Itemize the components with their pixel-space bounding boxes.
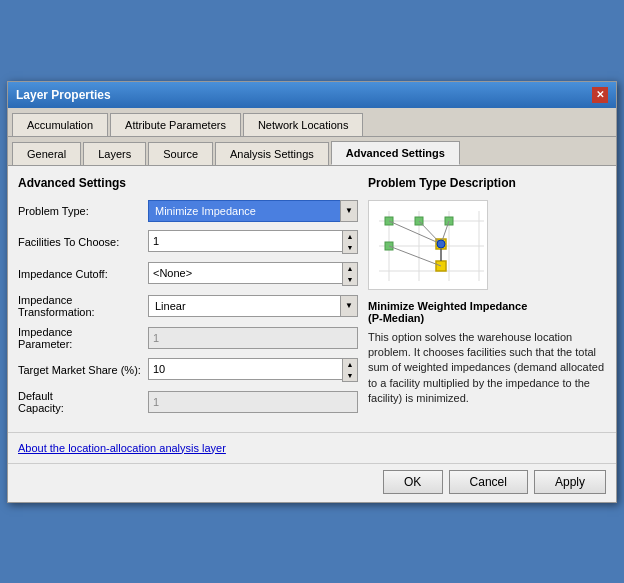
cancel-button[interactable]: Cancel	[449, 470, 528, 494]
default-capacity-row: DefaultCapacity:	[18, 390, 358, 414]
impedance-transformation-dropdown-wrap: Linear ▼	[148, 295, 358, 317]
target-market-share-label: Target Market Share (%):	[18, 364, 148, 376]
tabs-row2: General Layers Source Analysis Settings …	[8, 137, 616, 166]
impedance-transformation-value[interactable]: Linear	[148, 295, 340, 317]
button-row: OK Cancel Apply	[8, 463, 616, 502]
tab-accumulation[interactable]: Accumulation	[12, 113, 108, 136]
problem-type-control: Minimize Impedance ▼	[148, 200, 358, 222]
default-capacity-label: DefaultCapacity:	[18, 390, 148, 414]
impedance-cutoff-label: Impedance Cutoff:	[18, 268, 148, 280]
tab-network-locations[interactable]: Network Locations	[243, 113, 364, 136]
facilities-row: Facilities To Choose: ▲ ▼	[18, 230, 358, 254]
tab-attribute-parameters[interactable]: Attribute Parameters	[110, 113, 241, 136]
advanced-settings-title: Advanced Settings	[18, 176, 358, 190]
layer-properties-dialog: Layer Properties ✕ Accumulation Attribut…	[7, 81, 617, 503]
problem-type-value[interactable]: Minimize Impedance	[148, 200, 340, 222]
target-market-share-control: ▲ ▼	[148, 358, 358, 382]
dialog-title: Layer Properties	[16, 88, 111, 102]
facilities-label: Facilities To Choose:	[18, 236, 148, 248]
impedance-parameter-label: ImpedanceParameter:	[18, 326, 148, 350]
target-market-share-spin-buttons: ▲ ▼	[342, 358, 358, 382]
impedance-cutoff-spin-buttons: ▲ ▼	[342, 262, 358, 286]
ok-button[interactable]: OK	[383, 470, 443, 494]
close-button[interactable]: ✕	[592, 87, 608, 103]
default-capacity-control	[148, 391, 358, 413]
problem-type-description-title: Problem Type Description	[368, 176, 606, 190]
svg-line-17	[389, 246, 441, 266]
about-link[interactable]: About the location-allocation analysis l…	[18, 442, 226, 454]
impedance-cutoff-spin-down[interactable]: ▼	[343, 274, 357, 285]
problem-type-select-wrap: Minimize Impedance ▼	[148, 200, 358, 222]
impedance-cutoff-spin-up[interactable]: ▲	[343, 263, 357, 274]
impedance-parameter-control	[148, 327, 358, 349]
footer: About the location-allocation analysis l…	[8, 432, 616, 463]
facilities-spin-down[interactable]: ▼	[343, 242, 357, 253]
problem-type-label: Problem Type:	[18, 205, 148, 217]
impedance-transformation-dropdown-button[interactable]: ▼	[340, 295, 358, 317]
main-content: Advanced Settings Problem Type: Minimize…	[8, 166, 616, 432]
tabs-row1: Accumulation Attribute Parameters Networ…	[8, 108, 616, 137]
target-market-share-row: Target Market Share (%): ▲ ▼	[18, 358, 358, 382]
facilities-spin-wrap: ▲ ▼	[148, 230, 358, 254]
impedance-transformation-label: ImpedanceTransformation:	[18, 294, 148, 318]
problem-type-row: Problem Type: Minimize Impedance ▼	[18, 200, 358, 222]
tab-general[interactable]: General	[12, 142, 81, 165]
impedance-parameter-row: ImpedanceParameter:	[18, 326, 358, 350]
target-market-share-spin-wrap: ▲ ▼	[148, 358, 358, 382]
facilities-input[interactable]	[148, 230, 342, 252]
tab-source[interactable]: Source	[148, 142, 213, 165]
facilities-spin-up[interactable]: ▲	[343, 231, 357, 242]
problem-diagram	[368, 200, 488, 290]
target-market-share-input[interactable]	[148, 358, 342, 380]
default-capacity-input	[148, 391, 358, 413]
problem-desc-text: This option solves the warehouse locatio…	[368, 330, 606, 407]
impedance-transformation-row: ImpedanceTransformation: Linear ▼	[18, 294, 358, 318]
tab-layers[interactable]: Layers	[83, 142, 146, 165]
facilities-control: ▲ ▼	[148, 230, 358, 254]
svg-line-15	[419, 221, 441, 244]
impedance-cutoff-spin-wrap: ▲ ▼	[148, 262, 358, 286]
impedance-parameter-input	[148, 327, 358, 349]
title-bar: Layer Properties ✕	[8, 82, 616, 108]
impedance-cutoff-row: Impedance Cutoff: ▲ ▼	[18, 262, 358, 286]
impedance-cutoff-control: ▲ ▼	[148, 262, 358, 286]
tab-advanced-settings[interactable]: Advanced Settings	[331, 141, 460, 165]
problem-desc-title: Minimize Weighted Impedance(P-Median)	[368, 300, 606, 324]
impedance-cutoff-input[interactable]	[148, 262, 342, 284]
apply-button[interactable]: Apply	[534, 470, 606, 494]
tab-analysis-settings[interactable]: Analysis Settings	[215, 142, 329, 165]
target-market-share-spin-up[interactable]: ▲	[343, 359, 357, 370]
impedance-transformation-control: Linear ▼	[148, 295, 358, 317]
target-market-share-spin-down[interactable]: ▼	[343, 370, 357, 381]
svg-point-18	[437, 240, 445, 248]
left-panel: Advanced Settings Problem Type: Minimize…	[18, 176, 358, 422]
problem-type-dropdown-button[interactable]: ▼	[340, 200, 358, 222]
facilities-spin-buttons: ▲ ▼	[342, 230, 358, 254]
right-panel: Problem Type Description	[368, 176, 606, 422]
